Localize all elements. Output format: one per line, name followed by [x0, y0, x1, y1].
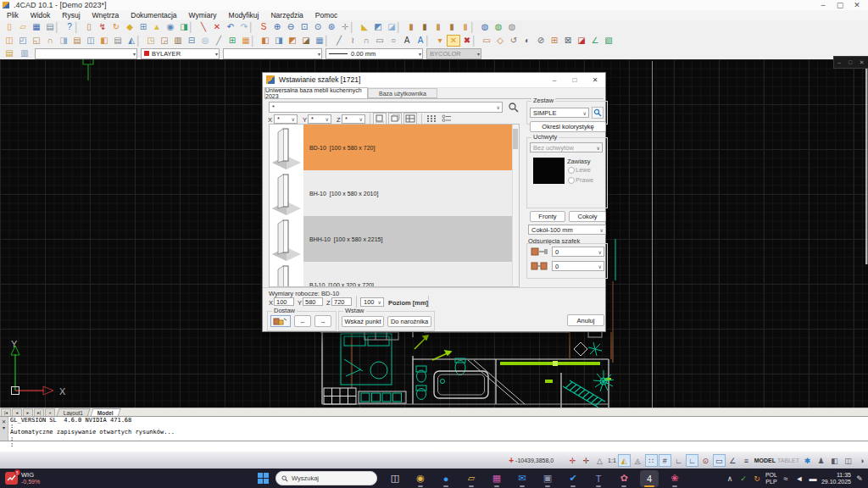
- axes-icon[interactable]: △: [593, 454, 606, 467]
- task-view-icon[interactable]: ◫: [386, 470, 404, 487]
- menu-item[interactable]: Rysuj: [62, 11, 80, 19]
- entity-snap-icon[interactable]: ✛: [580, 454, 593, 467]
- cabinet-list-item[interactable]: BJ-10 [100 x 320 x 720]: [270, 262, 519, 287]
- print-icon[interactable]: ▤: [43, 21, 57, 33]
- menu-item[interactable]: Dokumentacja: [131, 11, 176, 19]
- menu-item[interactable]: Pomoc: [315, 11, 337, 19]
- defender-icon[interactable]: ✓: [737, 474, 749, 483]
- lower-cabinet-icon[interactable]: ◲: [158, 35, 171, 47]
- cokoly-button[interactable]: Cokoły: [569, 211, 606, 222]
- hatch-icon[interactable]: ▧: [602, 35, 615, 47]
- fronty-button[interactable]: Fronty: [530, 211, 565, 222]
- do-naroznika-button[interactable]: Do narożnika: [387, 316, 431, 327]
- audit-icon[interactable]: ▲: [150, 21, 164, 33]
- ucs-icon[interactable]: ◬: [632, 454, 644, 467]
- dim-y-input[interactable]: [303, 297, 323, 306]
- language-indicator[interactable]: POL PLP: [765, 472, 777, 485]
- list-scrollbar[interactable]: [512, 125, 519, 286]
- cabinet-5-icon[interactable]: ▮: [459, 21, 472, 33]
- zoom-in-icon[interactable]: ⊕: [270, 21, 284, 33]
- shift-left-button[interactable]: ←: [294, 315, 311, 327]
- roof-icon[interactable]: ◭: [125, 35, 138, 47]
- mirror-icon[interactable]: ◪: [299, 35, 313, 47]
- refresh-icon[interactable]: ↻: [109, 21, 123, 33]
- sink-icon[interactable]: ◎: [198, 35, 212, 47]
- stairs-icon[interactable]: ▤: [111, 35, 125, 47]
- battery-icon[interactable]: ▬: [807, 474, 819, 483]
- define-colors-button[interactable]: Określ kolorystykę: [530, 121, 606, 132]
- arc-icon[interactable]: ∩: [359, 35, 373, 47]
- view-ne-icon[interactable]: ◪: [385, 21, 398, 33]
- grid-dots-icon[interactable]: ∷: [645, 454, 658, 467]
- array-icon[interactable]: ▦: [313, 35, 326, 47]
- snap-marker-icon[interactable]: ✛: [566, 454, 579, 467]
- zoom-extents-icon[interactable]: ⊛: [325, 21, 338, 33]
- ucs-highlight-icon[interactable]: ◭: [618, 454, 631, 467]
- dialog-close-button[interactable]: ✕: [585, 73, 605, 86]
- layer-manager-icon[interactable]: ▤: [3, 47, 16, 59]
- save-icon[interactable]: ▦: [30, 21, 43, 33]
- search-filter-combo[interactable]: * ∨: [269, 102, 503, 113]
- todo-icon[interactable]: ✔: [564, 470, 582, 487]
- quick-props-icon[interactable]: ≡: [740, 454, 753, 467]
- tray-expand-icon[interactable]: ∧: [724, 474, 736, 483]
- sync-icon[interactable]: ↻: [751, 474, 763, 483]
- layer-states-icon[interactable]: ▥: [18, 47, 31, 59]
- slice-icon[interactable]: ⊘: [534, 35, 548, 47]
- paint-icon[interactable]: ✿: [615, 470, 633, 487]
- timer-icon[interactable]: ⊙: [699, 454, 712, 467]
- shade-icon[interactable]: ◐: [520, 35, 534, 47]
- mdi-restore-button[interactable]: □: [849, 59, 852, 65]
- cokol-combo[interactable]: Cokół-100 mm∨: [528, 225, 606, 235]
- angle-snap-icon[interactable]: ∠: [726, 454, 739, 467]
- volume-icon[interactable]: ◄: [793, 474, 805, 483]
- command-expand-icon[interactable]: ▾: [0, 424, 8, 430]
- regen-icon[interactable]: S: [257, 21, 270, 33]
- cabinet-2-icon[interactable]: ▮: [418, 21, 431, 33]
- zestaw-combo[interactable]: SIMPLE∨: [530, 108, 589, 118]
- start-button[interactable]: [258, 473, 269, 484]
- windows-stack-icon[interactable]: ◫: [842, 454, 854, 467]
- line-icon[interactable]: ╱: [332, 35, 346, 47]
- open-file-icon[interactable]: ▱: [16, 21, 30, 33]
- maximize-button[interactable]: ▢: [832, 1, 848, 9]
- dialog-maximize-button[interactable]: □: [565, 73, 585, 86]
- linetype-combo[interactable]: ▾: [223, 48, 322, 59]
- view-se-icon[interactable]: ◩: [371, 21, 385, 33]
- pencil-icon[interactable]: ╲: [197, 21, 210, 33]
- wskaz-punkt-button[interactable]: Wskaż punkt: [342, 316, 384, 327]
- poziom-combo[interactable]: 100∨: [360, 297, 384, 307]
- radio-prawe[interactable]: [568, 177, 575, 184]
- room-icon[interactable]: ◱: [30, 35, 43, 47]
- view-corner-button[interactable]: [388, 113, 402, 125]
- plug-icon[interactable]: ↯: [96, 21, 109, 33]
- appliance-icon[interactable]: ⊟: [185, 35, 198, 47]
- view-front-button[interactable]: [373, 113, 387, 125]
- offset2-combo[interactable]: 0∨: [552, 261, 604, 271]
- countertop-icon[interactable]: ▥: [171, 35, 185, 47]
- tab-user-base[interactable]: Baza użytkownika: [368, 88, 437, 98]
- mdi-minimize-button[interactable]: –: [837, 59, 841, 65]
- dialog-minimize-button[interactable]: –: [544, 73, 565, 86]
- settings-gear-icon[interactable]: ✱: [801, 454, 814, 467]
- upper-cabinet-icon[interactable]: ◳: [144, 35, 158, 47]
- grid-cabinet-icon[interactable]: ▦: [239, 35, 253, 47]
- notifications-icon[interactable]: ✎: [854, 474, 865, 483]
- zoom-window-icon[interactable]: ⊡: [298, 21, 311, 33]
- window-icon[interactable]: ◫: [84, 35, 97, 47]
- info-icon[interactable]: ◑: [855, 454, 868, 467]
- copy-props-icon[interactable]: ⊞: [136, 21, 150, 33]
- cabinet-4-icon[interactable]: ▮: [445, 21, 459, 33]
- cabinet-list-item[interactable]: BH-10 [100 x 580 x 2010]: [270, 170, 519, 216]
- shift-right-button[interactable]: →: [314, 315, 331, 327]
- menu-item[interactable]: Modyfikuj: [229, 11, 259, 19]
- x-filter-combo[interactable]: *∨: [274, 114, 298, 124]
- edit-cabinet-icon[interactable]: ╱: [212, 35, 225, 47]
- mdi-close-button[interactable]: ✕: [860, 59, 865, 66]
- diamond-icon[interactable]: ◆: [123, 21, 136, 33]
- frame-icon[interactable]: ▭: [713, 454, 726, 467]
- text-icon[interactable]: A: [400, 35, 414, 47]
- explode-icon[interactable]: ⊠: [561, 35, 575, 47]
- wifi-icon[interactable]: ≈: [780, 474, 792, 483]
- menu-item[interactable]: Wymiary: [189, 11, 217, 19]
